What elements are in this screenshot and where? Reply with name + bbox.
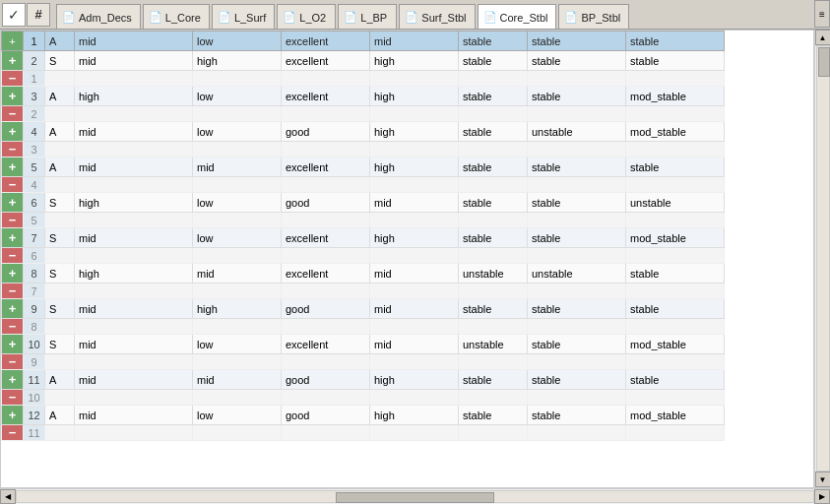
- spacer-cell: [45, 354, 75, 370]
- cell-col4: low: [193, 87, 282, 106]
- header-col4: low: [193, 32, 282, 51]
- horizontal-scrollbar[interactable]: ◀ ▶: [0, 488, 830, 504]
- tab-bar: ✓ # 📄Adm_Decs📄L_Core📄L_Surf📄L_O2📄L_BP📄Su…: [0, 0, 830, 30]
- tab-icon-l_core: 📄: [149, 11, 162, 24]
- cell-col9: mod_stable: [626, 228, 725, 248]
- add-column-header[interactable]: +: [2, 32, 24, 51]
- remove-row-btn[interactable]: −: [2, 213, 24, 228]
- spacer-cell: [282, 390, 370, 406]
- add-row-btn[interactable]: +: [2, 158, 24, 177]
- vertical-scrollbar[interactable]: ▲ ▼: [814, 30, 830, 488]
- spacer-cell: [282, 248, 370, 264]
- cell-col6: high: [370, 370, 459, 390]
- row-number: 5: [24, 158, 45, 177]
- spacer-cell: [459, 106, 528, 122]
- tab-l_core[interactable]: 📄L_Core: [143, 4, 210, 30]
- cell-col3: mid: [75, 406, 193, 425]
- cell-col6: high: [370, 228, 459, 248]
- tabs-list: 📄Adm_Decs📄L_Core📄L_Surf📄L_O2📄L_BP📄Surf_S…: [52, 0, 629, 29]
- add-row-btn[interactable]: +: [2, 87, 24, 106]
- add-row-btn[interactable]: +: [2, 193, 24, 213]
- header-col3: mid: [75, 32, 193, 51]
- tab-adm_decs[interactable]: 📄Adm_Decs: [56, 4, 141, 30]
- row-number: 10: [24, 335, 45, 354]
- scroll-thumb[interactable]: [818, 47, 830, 77]
- add-row-btn[interactable]: +: [2, 406, 24, 425]
- cell-col7: stable: [459, 51, 528, 71]
- add-row-btn[interactable]: +: [2, 370, 24, 390]
- tab-l_surf[interactable]: 📄L_Surf: [212, 4, 275, 30]
- cell-col3: high: [75, 87, 193, 106]
- cell-col8: stable: [528, 51, 626, 71]
- add-row-btn[interactable]: +: [2, 228, 24, 248]
- cell-col7: stable: [459, 228, 528, 248]
- tab-label-adm_decs: Adm_Decs: [79, 12, 132, 24]
- cell-col7: stable: [459, 299, 528, 319]
- spacer-cell: [193, 213, 282, 228]
- spacer-row: −6: [2, 248, 815, 264]
- table-row: +10Smidlowexcellentmidunstablestablemod_…: [2, 335, 815, 354]
- hscroll-thumb[interactable]: [336, 492, 495, 503]
- header-col6: mid: [370, 32, 459, 51]
- spacer-cell: [370, 142, 459, 158]
- scroll-down-icon: ▼: [819, 475, 827, 484]
- tab-icon-l_surf: 📄: [218, 11, 231, 24]
- spacer-cell: [528, 284, 626, 299]
- remove-row-btn[interactable]: −: [2, 142, 24, 158]
- spacer-cell: [459, 248, 528, 264]
- row-number: 7: [24, 228, 45, 248]
- cell-col3: mid: [75, 51, 193, 71]
- remove-row-btn[interactable]: −: [2, 319, 24, 335]
- remove-row-btn[interactable]: −: [2, 106, 24, 122]
- tab-l_bp[interactable]: 📄L_BP: [338, 4, 397, 30]
- add-row-btn[interactable]: +: [2, 335, 24, 354]
- cell-col5: excellent: [282, 87, 370, 106]
- tab-l_o2[interactable]: 📄L_O2: [277, 4, 336, 30]
- spacer-cell: [45, 390, 75, 406]
- cell-a: A: [45, 406, 75, 425]
- scroll-track[interactable]: [816, 45, 830, 472]
- spacer-cell: [193, 248, 282, 264]
- tab-core_stbl[interactable]: 📄Core_Stbl: [478, 4, 557, 30]
- tab-surf_stbl[interactable]: 📄Surf_Stbl: [399, 4, 475, 30]
- cell-col7: stable: [459, 193, 528, 213]
- spacer-cell: [370, 177, 459, 193]
- remove-row-btn[interactable]: −: [2, 425, 24, 441]
- spacer-num: 9: [24, 354, 45, 370]
- cell-col9: stable: [626, 51, 725, 71]
- spacer-cell: [459, 425, 528, 441]
- spacer-cell: [75, 142, 193, 158]
- remove-row-btn[interactable]: −: [2, 284, 24, 299]
- remove-row-btn[interactable]: −: [2, 354, 24, 370]
- checkbox-all[interactable]: ✓: [2, 3, 26, 27]
- hash-button[interactable]: #: [27, 3, 50, 27]
- scroll-left-button[interactable]: ◀: [0, 489, 16, 504]
- tab-bp_stbl[interactable]: 📄BP_Stbl: [558, 4, 629, 30]
- cell-col4: mid: [193, 370, 282, 390]
- hscroll-track[interactable]: [16, 490, 814, 503]
- remove-row-btn[interactable]: −: [2, 248, 24, 264]
- add-row-btn[interactable]: +: [2, 122, 24, 142]
- data-table-container[interactable]: + 1 A mid low excellent mid stable stabl…: [0, 30, 814, 488]
- scroll-up-button[interactable]: ▲: [815, 30, 831, 45]
- tab-icon-l_bp: 📄: [344, 11, 357, 24]
- remove-row-btn[interactable]: −: [2, 177, 24, 193]
- cell-col8: stable: [528, 228, 626, 248]
- cell-col3: high: [75, 264, 193, 284]
- scroll-right-button[interactable]: ▶: [814, 489, 830, 504]
- row-number: 9: [24, 299, 45, 319]
- spacer-cell: [370, 354, 459, 370]
- add-row-btn[interactable]: +: [2, 299, 24, 319]
- table-row: +11Amidmidgoodhighstablestablestable: [2, 370, 815, 390]
- remove-row-btn[interactable]: −: [2, 390, 24, 406]
- cell-col7: stable: [459, 122, 528, 142]
- scroll-down-button[interactable]: ▼: [815, 472, 831, 487]
- header-col5: excellent: [282, 32, 370, 51]
- add-row-btn[interactable]: +: [2, 51, 24, 71]
- add-row-btn[interactable]: +: [2, 264, 24, 284]
- tab-icon-core_stbl: 📄: [483, 11, 497, 24]
- cell-col9: mod_stable: [626, 335, 725, 354]
- cell-col6: high: [370, 406, 459, 425]
- remove-row-btn[interactable]: −: [2, 71, 24, 87]
- tab-scroll-button[interactable]: ≡: [814, 0, 830, 28]
